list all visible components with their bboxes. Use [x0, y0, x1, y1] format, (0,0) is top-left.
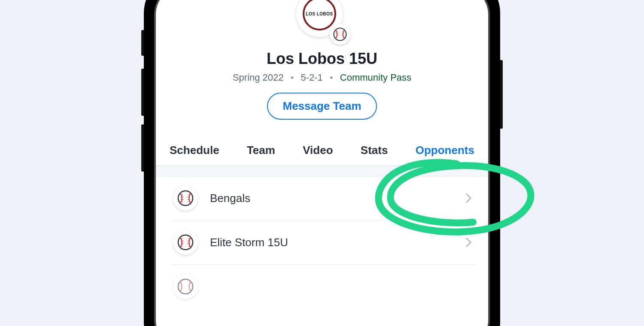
opponent-row[interactable]	[171, 265, 476, 308]
baseball-icon	[333, 27, 347, 42]
team-meta: Spring 2022 • 5-2-1 • Community Pass	[156, 72, 488, 83]
phone-frame: LOS LOBOS	[144, 0, 500, 326]
team-header: LOS LOBOS	[156, 0, 488, 120]
phone-side-button	[141, 69, 144, 116]
opponent-name: Bengals	[210, 192, 463, 205]
tab-strip-spacer	[156, 166, 488, 176]
phone-side-button	[500, 60, 503, 129]
team-logo-ring: LOS LOBOS	[303, 0, 336, 30]
team-record: 5-2-1	[301, 72, 323, 83]
tab-team[interactable]: Team	[245, 136, 277, 166]
opponent-row[interactable]: Elite Storm 15U	[171, 220, 476, 265]
meta-separator: •	[330, 72, 333, 83]
opponent-avatar	[173, 274, 198, 299]
opponent-name: Elite Storm 15U	[210, 236, 463, 249]
message-team-button[interactable]: Message Team	[267, 93, 377, 120]
phone-screen: LOS LOBOS	[156, 0, 488, 326]
chevron-right-icon	[462, 193, 472, 203]
tab-stats[interactable]: Stats	[359, 136, 390, 166]
baseball-icon	[177, 234, 194, 251]
team-logo-text: LOS LOBOS	[305, 12, 334, 16]
tab-video[interactable]: Video	[301, 136, 334, 166]
tab-bar: Schedule Team Video Stats Opponents	[156, 136, 488, 166]
opponent-row[interactable]: Bengals	[171, 176, 476, 220]
opponent-avatar	[173, 186, 198, 211]
phone-side-button	[141, 30, 144, 56]
chevron-right-icon	[462, 238, 472, 248]
stage: LOS LOBOS	[0, 0, 644, 326]
phone-bezel: LOS LOBOS	[154, 0, 490, 326]
team-name: Los Lobos 15U	[156, 50, 488, 68]
team-pass: Community Pass	[340, 72, 411, 83]
tab-opponents[interactable]: Opponents	[414, 136, 476, 166]
opponent-avatar	[173, 230, 198, 255]
opponents-list: Bengals Elit	[156, 176, 488, 308]
sport-badge	[330, 24, 350, 45]
meta-separator: •	[291, 72, 294, 83]
baseball-icon	[177, 190, 194, 207]
tab-schedule[interactable]: Schedule	[168, 136, 221, 166]
team-logo-wrap: LOS LOBOS	[296, 0, 348, 42]
baseball-icon	[177, 278, 194, 295]
phone-side-button	[141, 124, 144, 172]
team-season: Spring 2022	[233, 72, 284, 83]
